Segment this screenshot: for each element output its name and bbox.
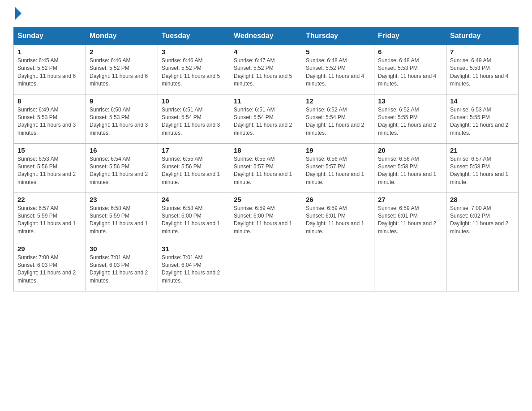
day-number: 14 [450, 97, 515, 105]
day-number: 18 [234, 146, 298, 154]
day-number: 7 [450, 48, 515, 56]
calendar-cell: 12Sunrise: 6:52 AMSunset: 5:54 PMDayligh… [302, 94, 374, 143]
day-sun-info: Sunrise: 6:58 AMSunset: 6:00 PMDaylight:… [162, 205, 226, 236]
day-sun-info: Sunrise: 6:59 AMSunset: 6:01 PMDaylight:… [378, 205, 442, 236]
col-header-sunday: Sunday [14, 27, 86, 45]
page-header [13, 9, 519, 18]
day-sun-info: Sunrise: 6:58 AMSunset: 5:59 PMDaylight:… [90, 205, 154, 236]
day-number: 29 [17, 245, 82, 253]
day-number: 4 [234, 48, 298, 56]
day-sun-info: Sunrise: 7:00 AMSunset: 6:03 PMDaylight:… [17, 254, 82, 285]
day-number: 26 [306, 196, 370, 203]
calendar-cell: 23Sunrise: 6:58 AMSunset: 5:59 PMDayligh… [86, 193, 158, 242]
col-header-saturday: Saturday [446, 27, 519, 45]
calendar-cell: 4Sunrise: 6:47 AMSunset: 5:52 PMDaylight… [230, 45, 302, 94]
calendar-week-row: 22Sunrise: 6:57 AMSunset: 5:59 PMDayligh… [14, 193, 519, 242]
day-number: 24 [162, 196, 226, 203]
day-sun-info: Sunrise: 6:48 AMSunset: 5:52 PMDaylight:… [306, 57, 370, 88]
day-sun-info: Sunrise: 6:47 AMSunset: 5:52 PMDaylight:… [234, 57, 298, 88]
calendar-cell: 18Sunrise: 6:55 AMSunset: 5:57 PMDayligh… [230, 143, 302, 193]
day-sun-info: Sunrise: 7:01 AMSunset: 6:04 PMDaylight:… [162, 254, 226, 285]
day-sun-info: Sunrise: 6:49 AMSunset: 5:53 PMDaylight:… [450, 57, 515, 88]
day-number: 5 [306, 48, 370, 56]
calendar-cell [302, 242, 374, 291]
col-header-monday: Monday [86, 27, 158, 45]
calendar-cell: 15Sunrise: 6:53 AMSunset: 5:56 PMDayligh… [14, 143, 86, 193]
calendar-cell [374, 242, 446, 291]
calendar-cell: 19Sunrise: 6:56 AMSunset: 5:57 PMDayligh… [302, 143, 374, 193]
calendar-cell: 3Sunrise: 6:46 AMSunset: 5:52 PMDaylight… [158, 45, 230, 94]
calendar-cell: 9Sunrise: 6:50 AMSunset: 5:53 PMDaylight… [86, 94, 158, 143]
day-sun-info: Sunrise: 6:59 AMSunset: 6:00 PMDaylight:… [234, 205, 298, 236]
calendar-cell: 29Sunrise: 7:00 AMSunset: 6:03 PMDayligh… [14, 242, 86, 291]
calendar-table: SundayMondayTuesdayWednesdayThursdayFrid… [13, 27, 519, 291]
day-number: 9 [90, 97, 154, 105]
day-number: 28 [450, 196, 515, 203]
day-sun-info: Sunrise: 6:48 AMSunset: 5:53 PMDaylight:… [378, 57, 442, 88]
calendar-cell: 28Sunrise: 7:00 AMSunset: 6:02 PMDayligh… [446, 193, 519, 242]
calendar-cell: 2Sunrise: 6:46 AMSunset: 5:52 PMDaylight… [86, 45, 158, 94]
day-number: 20 [378, 146, 442, 154]
day-number: 22 [17, 196, 82, 203]
day-sun-info: Sunrise: 6:49 AMSunset: 5:53 PMDaylight:… [17, 106, 82, 137]
calendar-cell: 8Sunrise: 6:49 AMSunset: 5:53 PMDaylight… [14, 94, 86, 143]
day-sun-info: Sunrise: 6:56 AMSunset: 5:57 PMDaylight:… [306, 155, 370, 187]
day-number: 6 [378, 48, 442, 56]
day-number: 15 [17, 146, 82, 154]
day-sun-info: Sunrise: 6:59 AMSunset: 6:01 PMDaylight:… [306, 205, 370, 236]
calendar-cell: 16Sunrise: 6:54 AMSunset: 5:56 PMDayligh… [86, 143, 158, 193]
calendar-cell: 14Sunrise: 6:53 AMSunset: 5:55 PMDayligh… [446, 94, 519, 143]
day-sun-info: Sunrise: 6:56 AMSunset: 5:58 PMDaylight:… [378, 155, 442, 187]
col-header-friday: Friday [374, 27, 446, 45]
calendar-week-row: 29Sunrise: 7:00 AMSunset: 6:03 PMDayligh… [14, 242, 519, 291]
logo [13, 9, 21, 18]
calendar-cell: 7Sunrise: 6:49 AMSunset: 5:53 PMDaylight… [446, 45, 519, 94]
calendar-cell: 17Sunrise: 6:55 AMSunset: 5:56 PMDayligh… [158, 143, 230, 193]
day-number: 25 [234, 196, 298, 203]
col-header-tuesday: Tuesday [158, 27, 230, 45]
day-number: 13 [378, 97, 442, 105]
calendar-cell [446, 242, 519, 291]
day-number: 30 [90, 245, 154, 253]
logo-triangle-icon [15, 7, 21, 20]
day-sun-info: Sunrise: 6:51 AMSunset: 5:54 PMDaylight:… [234, 106, 298, 137]
day-sun-info: Sunrise: 7:01 AMSunset: 6:03 PMDaylight:… [90, 254, 154, 285]
day-sun-info: Sunrise: 6:51 AMSunset: 5:54 PMDaylight:… [162, 106, 226, 137]
calendar-cell: 6Sunrise: 6:48 AMSunset: 5:53 PMDaylight… [374, 45, 446, 94]
calendar-cell: 26Sunrise: 6:59 AMSunset: 6:01 PMDayligh… [302, 193, 374, 242]
calendar-week-row: 8Sunrise: 6:49 AMSunset: 5:53 PMDaylight… [14, 94, 519, 143]
day-number: 12 [306, 97, 370, 105]
day-sun-info: Sunrise: 6:53 AMSunset: 5:55 PMDaylight:… [450, 106, 515, 137]
calendar-cell: 22Sunrise: 6:57 AMSunset: 5:59 PMDayligh… [14, 193, 86, 242]
day-number: 1 [17, 48, 82, 56]
day-sun-info: Sunrise: 6:45 AMSunset: 5:52 PMDaylight:… [17, 57, 82, 88]
day-sun-info: Sunrise: 6:54 AMSunset: 5:56 PMDaylight:… [90, 155, 154, 187]
day-sun-info: Sunrise: 6:52 AMSunset: 5:55 PMDaylight:… [378, 106, 442, 137]
day-number: 10 [162, 97, 226, 105]
day-number: 16 [90, 146, 154, 154]
day-number: 2 [90, 48, 154, 56]
day-number: 27 [378, 196, 442, 203]
day-sun-info: Sunrise: 6:57 AMSunset: 5:58 PMDaylight:… [450, 155, 515, 187]
calendar-cell: 11Sunrise: 6:51 AMSunset: 5:54 PMDayligh… [230, 94, 302, 143]
calendar-cell: 13Sunrise: 6:52 AMSunset: 5:55 PMDayligh… [374, 94, 446, 143]
col-header-thursday: Thursday [302, 27, 374, 45]
day-number: 31 [162, 245, 226, 253]
day-sun-info: Sunrise: 6:50 AMSunset: 5:53 PMDaylight:… [90, 106, 154, 137]
calendar-cell: 5Sunrise: 6:48 AMSunset: 5:52 PMDaylight… [302, 45, 374, 94]
day-sun-info: Sunrise: 7:00 AMSunset: 6:02 PMDaylight:… [450, 205, 515, 236]
calendar-cell: 10Sunrise: 6:51 AMSunset: 5:54 PMDayligh… [158, 94, 230, 143]
day-number: 3 [162, 48, 226, 56]
calendar-cell: 25Sunrise: 6:59 AMSunset: 6:00 PMDayligh… [230, 193, 302, 242]
calendar-cell: 20Sunrise: 6:56 AMSunset: 5:58 PMDayligh… [374, 143, 446, 193]
day-number: 17 [162, 146, 226, 154]
calendar-cell: 27Sunrise: 6:59 AMSunset: 6:01 PMDayligh… [374, 193, 446, 242]
calendar-cell: 21Sunrise: 6:57 AMSunset: 5:58 PMDayligh… [446, 143, 519, 193]
day-number: 23 [90, 196, 154, 203]
day-number: 8 [17, 97, 82, 105]
day-sun-info: Sunrise: 6:55 AMSunset: 5:56 PMDaylight:… [162, 155, 226, 187]
calendar-header-row: SundayMondayTuesdayWednesdayThursdayFrid… [14, 27, 519, 45]
calendar-cell: 24Sunrise: 6:58 AMSunset: 6:00 PMDayligh… [158, 193, 230, 242]
calendar-week-row: 1Sunrise: 6:45 AMSunset: 5:52 PMDaylight… [14, 45, 519, 94]
day-sun-info: Sunrise: 6:52 AMSunset: 5:54 PMDaylight:… [306, 106, 370, 137]
